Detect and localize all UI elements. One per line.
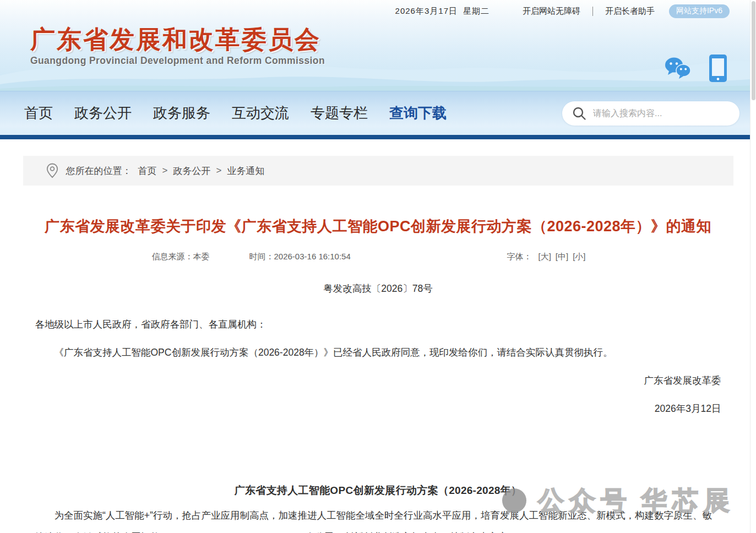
search-box[interactable] (562, 101, 739, 126)
signature-date: 2026年3月12日 (35, 398, 721, 420)
article-meta: 信息来源：本委 时间：2026-03-16 16:10:54 字体： [大] [… (35, 252, 721, 262)
document-number: 粤发改高技〔2026〕78号 (35, 282, 721, 295)
nav-item-interaction[interactable]: 互动交流 (232, 104, 289, 123)
accessibility-link[interactable]: 开启网站无障碍 (523, 6, 580, 17)
topbar: 2026年3月17日星期二 开启网站无障碍 开启长者助手 网站支持IPv6 (0, 0, 756, 22)
article-body: 各地级以上市人民政府，省政府各部门、各直属机构： 《广东省支持人工智能OPC创新… (35, 314, 721, 533)
site-title-cn: 广东省发展和改革委员会 (30, 25, 325, 54)
nav-item-special-topics[interactable]: 专题专栏 (311, 104, 368, 123)
font-size-small-button[interactable]: [小] (573, 252, 585, 262)
breadcrumb-gov-affairs[interactable]: 政务公开 (173, 165, 210, 177)
breadcrumb-label: 您所在的位置： (66, 165, 132, 177)
site-header: 2026年3月17日星期二 开启网站无障碍 开启长者助手 网站支持IPv6 广东… (0, 0, 756, 91)
meta-source: 信息来源：本委 (152, 252, 210, 262)
elder-assist-link[interactable]: 开启长者助手 (605, 6, 655, 17)
topbar-divider (592, 7, 593, 16)
plan-intro-paragraph: 为全面实施“人工智能+”行动，抢占产业应用制高点，加速推进人工智能全域全时全行业… (35, 505, 721, 533)
nav-accent-bar (0, 135, 756, 139)
nav-list: 首页 政务公开 政务服务 互动交流 专题专栏 查询下载 (24, 104, 447, 123)
font-size-large-button[interactable]: [大] (538, 252, 551, 262)
brand-row: 广东省发展和改革委员会 Guangdong Provincial Develop… (0, 22, 756, 83)
font-size-switcher: 字体： [大] [中] [小] (507, 252, 585, 262)
spacer (35, 426, 721, 483)
search-input[interactable] (593, 108, 731, 118)
notice-paragraph: 《广东省支持人工智能OPC创新发展行动方案（2026-2028年）》已经省人民政… (35, 342, 721, 363)
nav-item-gov-services[interactable]: 政务服务 (153, 104, 210, 123)
search-icon (572, 106, 586, 121)
nav-item-home[interactable]: 首页 (24, 104, 53, 123)
mobile-phone-icon[interactable] (709, 54, 727, 83)
breadcrumb-separator: > (216, 165, 221, 176)
font-size-label: 字体： (507, 252, 531, 262)
font-size-medium-button[interactable]: [中] (556, 252, 568, 262)
main-nav: 首页 政务公开 政务服务 互动交流 专题专栏 查询下载 (0, 91, 756, 135)
meta-time: 时间：2026-03-16 16:10:54 (249, 252, 351, 262)
article: 广东省发展改革委关于印发《广东省支持人工智能OPC创新发展行动方案（2026-2… (23, 216, 733, 533)
site-logo[interactable]: 广东省发展和改革委员会 Guangdong Provincial Develop… (30, 25, 325, 67)
signature-org: 广东省发展改革委 (35, 370, 721, 391)
topbar-date: 2026年3月17日星期二 (395, 6, 490, 17)
breadcrumb-business-notice[interactable]: 业务通知 (227, 165, 264, 177)
scrollbar-track[interactable] (750, 0, 756, 533)
breadcrumb-separator: > (162, 165, 168, 176)
breadcrumb: 您所在的位置： 首页 > 政务公开 > 业务通知 (23, 156, 733, 186)
salutation-paragraph: 各地级以上市人民政府，省政府各部门、各直属机构： (35, 314, 721, 335)
scrollbar-thumb[interactable] (752, 1, 755, 100)
header-icons (663, 54, 727, 83)
location-pin-icon (46, 163, 58, 178)
nav-item-gov-affairs[interactable]: 政务公开 (74, 104, 132, 123)
wechat-icon[interactable] (663, 56, 692, 80)
ipv6-badge[interactable]: 网站支持IPv6 (669, 4, 730, 18)
plan-subtitle: 广东省支持人工智能OPC创新发展行动方案（2026-2028年） (35, 483, 721, 498)
breadcrumb-home[interactable]: 首页 (138, 165, 157, 177)
article-title: 广东省发展改革委关于印发《广东省支持人工智能OPC创新发展行动方案（2026-2… (35, 216, 721, 236)
nav-item-query-download[interactable]: 查询下载 (389, 104, 447, 123)
site-title-en: Guangdong Provincial Development and Ref… (30, 55, 325, 67)
